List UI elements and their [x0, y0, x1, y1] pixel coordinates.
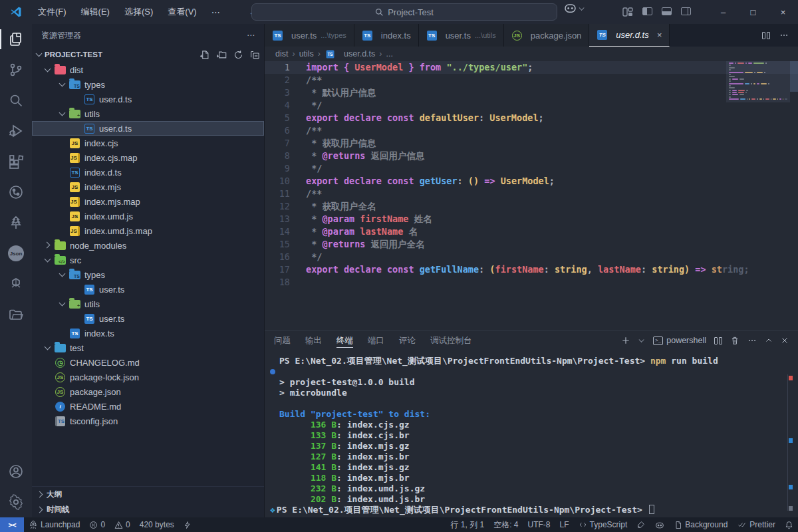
status-language-mode[interactable]: TypeScript: [574, 517, 632, 532]
code-line-14[interactable]: 14 * @param lastName 名: [265, 225, 798, 238]
code-line-10[interactable]: 10export declare const getUser: () => Us…: [265, 175, 798, 188]
menu-item[interactable]: 编辑(E): [75, 3, 116, 21]
tree-item-tsconfig.json[interactable]: TStsconfig.json: [32, 414, 264, 428]
status-launchpad[interactable]: Launchpad: [24, 517, 84, 532]
tree-item-user.ts[interactable]: TSuser.ts: [32, 311, 264, 326]
tree-item-utils[interactable]: +utils: [32, 297, 264, 311]
code-line-17[interactable]: 17export declare const getFullName: (fir…: [265, 263, 798, 276]
breadcrumb-item[interactable]: utils: [299, 49, 314, 59]
activity-run-debug-icon[interactable]: [0, 116, 32, 146]
code-line-12[interactable]: 12 * 获取用户全名: [265, 200, 798, 213]
editor-tab-package.json[interactable]: JSpackage.json: [504, 24, 590, 47]
status-background-task[interactable]: Background: [670, 517, 732, 532]
tree-item-node_modules[interactable]: node_modules: [32, 238, 264, 253]
status-file-size[interactable]: 420 bytes: [135, 517, 179, 532]
tree-item-index.umd.js.map[interactable]: JSindex.umd.js.map: [32, 223, 264, 238]
window-close-button[interactable]: ×: [768, 0, 798, 24]
code-line-4[interactable]: 4 */: [265, 99, 798, 112]
activity-json-tools-icon[interactable]: Json: [0, 238, 32, 269]
tree-item-index.umd.js[interactable]: JSindex.umd.js: [32, 209, 264, 223]
code-line-16[interactable]: 16 */: [265, 251, 798, 263]
editor-tab-user.d.ts[interactable]: TSuser.d.ts×: [589, 24, 670, 47]
plus-icon[interactable]: [621, 336, 630, 345]
copilot-menu[interactable]: [564, 3, 585, 13]
activity-settings-gear-icon[interactable]: [0, 487, 32, 517]
tree-item-CHANGELOG.md[interactable]: ◷CHANGELOG.md: [32, 355, 264, 370]
tree-item-index.mjs[interactable]: JSindex.mjs: [32, 180, 264, 194]
tree-item-types[interactable]: TStypes: [32, 77, 264, 92]
status-indentation[interactable]: 空格: 4: [489, 517, 523, 532]
tree-item-package-lock.json[interactable]: JSpackage-lock.json: [32, 370, 264, 384]
status-encoding[interactable]: UTF-8: [523, 517, 555, 532]
tree-item-index.ts[interactable]: TSindex.ts: [32, 326, 264, 340]
editor-tab-user.ts[interactable]: TSuser.ts...\utils: [419, 24, 504, 47]
terminal-instance[interactable]: >_powershell: [653, 336, 706, 345]
more-icon[interactable]: [779, 31, 789, 40]
new-folder-icon[interactable]: [217, 50, 227, 60]
tree-item-index.d.ts[interactable]: TSindex.d.ts: [32, 165, 264, 180]
toggle-secondary-sidebar-icon[interactable]: [681, 7, 691, 15]
activity-git-graph-icon[interactable]: [0, 177, 32, 207]
activity-explorer-icon[interactable]: [0, 24, 32, 55]
tree-item-user.d.ts[interactable]: TSuser.d.ts: [32, 121, 264, 136]
project-section-header[interactable]: PROJECT-TEST: [32, 47, 264, 63]
tree-item-dist[interactable]: dist: [32, 63, 264, 77]
status-tool[interactable]: [632, 517, 650, 532]
code-line-1[interactable]: 1import { UserModel } from "../types/use…: [265, 61, 798, 74]
collapse-all-icon[interactable]: [250, 50, 260, 60]
tab-close-icon[interactable]: ×: [657, 30, 662, 40]
status-errors[interactable]: 0: [84, 517, 110, 532]
activity-todo-tree-icon[interactable]: [0, 207, 32, 238]
split-editor-icon[interactable]: [762, 32, 770, 39]
activity-extensions-icon[interactable]: [0, 146, 32, 177]
breadcrumb-item[interactable]: dist: [275, 49, 288, 59]
menu-item[interactable]: ⋯: [205, 5, 226, 20]
status-cursor-position[interactable]: 行 1, 列 1: [446, 517, 489, 532]
window-minimize-button[interactable]: –: [708, 0, 738, 24]
tree-item-index.cjs[interactable]: JSindex.cjs: [32, 136, 264, 150]
terminal[interactable]: PS E:\Net_02.项目管理\Net_测试项目\ProjectFrontE…: [265, 350, 798, 517]
menu-item[interactable]: 文件(F): [32, 3, 72, 21]
menu-item[interactable]: 查看(V): [162, 3, 202, 21]
editor-scrollbar[interactable]: [790, 61, 798, 92]
code-line-6[interactable]: 6/**: [265, 124, 798, 137]
tree-item-utils[interactable]: +utils: [32, 106, 264, 121]
tree-item-package.json[interactable]: JSpackage.json: [32, 384, 264, 399]
toggle-panel-icon[interactable]: [662, 7, 672, 15]
code-line-7[interactable]: 7 * 获取用户信息: [265, 137, 798, 150]
section-大纲[interactable]: 大纲: [32, 487, 264, 502]
status-feedback[interactable]: [179, 517, 196, 532]
tree-item-index.cjs.map[interactable]: JSindex.cjs.map: [32, 150, 264, 165]
status-warnings[interactable]: 0: [110, 517, 135, 532]
remote-indicator[interactable]: ><: [0, 517, 24, 532]
status-eol[interactable]: LF: [555, 517, 574, 532]
tree-item-README.md[interactable]: iREADME.md: [32, 399, 264, 414]
panel-tab-评论[interactable]: 评论: [399, 331, 416, 350]
section-时间线[interactable]: 时间线: [32, 502, 264, 517]
panel-tab-终端[interactable]: 终端: [336, 331, 353, 350]
editor-tab-user.ts[interactable]: TSuser.ts...\types: [265, 24, 354, 47]
tree-item-index.mjs.map[interactable]: JSindex.mjs.map: [32, 194, 264, 209]
sidebar-more-actions-icon[interactable]: ⋯: [247, 31, 255, 40]
code-line-5[interactable]: 5export declare const defaultUser: UserM…: [265, 112, 798, 124]
customize-layout-icon[interactable]: [622, 7, 633, 17]
code-editor[interactable]: 1import { UserModel } from "../types/use…: [265, 61, 798, 330]
menu-item[interactable]: 选择(S): [118, 3, 159, 21]
activity-source-control-icon[interactable]: [0, 55, 32, 85]
panel-tab-问题[interactable]: 问题: [274, 331, 291, 350]
chevron-up-icon[interactable]: [765, 336, 773, 344]
panel-tab-端口[interactable]: 端口: [368, 331, 384, 350]
code-line-13[interactable]: 13 * @param firstName 姓名: [265, 213, 798, 225]
command-decoration-dot[interactable]: [270, 369, 275, 374]
minimap[interactable]: [729, 63, 787, 103]
status-copilot-status[interactable]: [650, 517, 670, 532]
breadcrumb-item[interactable]: user.d.ts: [344, 49, 375, 59]
tree-item-test[interactable]: test: [32, 340, 264, 355]
code-line-9[interactable]: 9 */: [265, 162, 798, 175]
more-icon[interactable]: [747, 336, 757, 345]
new-file-icon[interactable]: [200, 50, 210, 60]
code-line-15[interactable]: 15 * @returns 返回用户全名: [265, 238, 798, 251]
tree-item-src[interactable]: </>src: [32, 253, 264, 267]
tree-item-types[interactable]: TStypes: [32, 267, 264, 282]
status-prettier[interactable]: Prettier: [732, 517, 780, 532]
